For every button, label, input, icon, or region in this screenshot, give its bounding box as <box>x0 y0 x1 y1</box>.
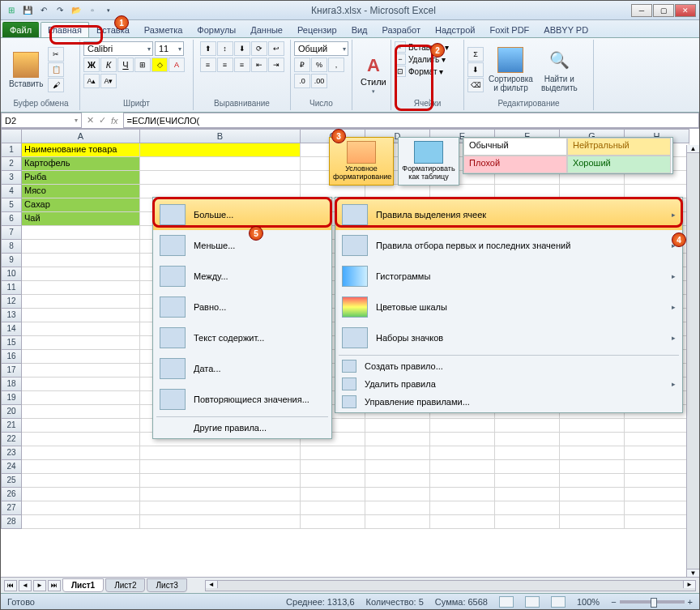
redo-icon[interactable]: ↷ <box>53 3 67 18</box>
row-header[interactable]: 12 <box>1 295 22 309</box>
menu-date-occurring[interactable]: Дата... <box>153 353 331 384</box>
paste-button[interactable]: Вставить <box>6 50 46 90</box>
menu-between[interactable]: Между... <box>153 261 331 292</box>
cell[interactable] <box>365 501 430 515</box>
tab-layout[interactable]: Разметка <box>137 22 190 37</box>
align-center-button[interactable]: ≡ <box>217 58 233 72</box>
sheet-nav-next[interactable]: ► <box>33 580 46 591</box>
style-bad[interactable]: Плохой <box>463 156 567 173</box>
fx-icon[interactable]: fx <box>111 116 118 126</box>
cell[interactable] <box>560 501 625 515</box>
minimize-button[interactable]: ─ <box>631 4 652 17</box>
menu-less-than[interactable]: Меньше... <box>153 230 331 261</box>
row-header[interactable]: 8 <box>1 240 22 254</box>
grow-font-button[interactable]: A▴ <box>83 74 100 88</box>
enter-formula-icon[interactable]: ✓ <box>99 115 106 126</box>
sheet-tab[interactable]: Лист2 <box>105 578 145 592</box>
cell[interactable]: Чай <box>22 212 140 226</box>
cell[interactable] <box>22 378 140 391</box>
cell[interactable] <box>495 515 560 529</box>
row-header[interactable]: 13 <box>1 309 22 322</box>
view-layout-button[interactable] <box>525 596 540 608</box>
format-as-table-button[interactable]: Форматировать как таблицу <box>398 137 459 186</box>
row-header[interactable]: 23 <box>1 446 22 460</box>
tab-developer[interactable]: Разработ <box>375 22 428 37</box>
menu-greater-than[interactable]: Больше... <box>153 199 331 230</box>
clear-button[interactable]: ⌫ <box>467 78 484 92</box>
menu-equal-to[interactable]: Равно... <box>153 292 331 322</box>
italic-button[interactable]: К <box>100 58 117 72</box>
save-icon[interactable]: 💾 <box>20 3 35 18</box>
cell[interactable]: Сахар <box>22 198 140 212</box>
cell[interactable] <box>22 419 140 433</box>
view-normal-button[interactable] <box>499 596 514 608</box>
cell[interactable] <box>22 336 140 350</box>
cell[interactable] <box>625 419 689 433</box>
font-size-combo[interactable]: 11 <box>155 41 184 56</box>
tab-data[interactable]: Данные <box>243 22 290 37</box>
maximize-button[interactable]: ▢ <box>653 4 674 17</box>
cell[interactable] <box>22 295 140 309</box>
cell[interactable] <box>625 433 689 446</box>
cell[interactable] <box>140 460 301 474</box>
cell[interactable] <box>430 501 495 515</box>
cell[interactable] <box>301 460 365 474</box>
cell[interactable] <box>560 446 625 460</box>
cell[interactable] <box>560 488 625 501</box>
cell[interactable] <box>560 460 625 474</box>
cell[interactable] <box>22 488 140 501</box>
row-header[interactable]: 11 <box>1 281 22 295</box>
cell[interactable] <box>625 460 689 474</box>
row-header[interactable]: 3 <box>1 171 22 185</box>
tab-abbyy[interactable]: ABBYY PD <box>536 22 595 37</box>
percent-button[interactable]: % <box>311 58 327 72</box>
cell[interactable] <box>301 446 365 460</box>
row-header[interactable]: 25 <box>1 474 22 488</box>
menu-text-contains[interactable]: Текст содержит... <box>153 322 331 353</box>
cell[interactable] <box>495 501 560 515</box>
cell[interactable] <box>365 460 430 474</box>
cell[interactable] <box>560 474 625 488</box>
row-header[interactable]: 7 <box>1 226 22 240</box>
style-good[interactable]: Хороший <box>567 156 671 173</box>
open-icon[interactable]: 📂 <box>69 3 83 18</box>
cell[interactable] <box>625 446 689 460</box>
row-header[interactable]: 18 <box>1 378 22 391</box>
cell[interactable] <box>365 419 430 433</box>
menu-duplicate-values[interactable]: Повторяющиеся значения... <box>153 384 331 415</box>
tab-file[interactable]: Файл <box>2 22 39 37</box>
wrap-text-button[interactable]: ↩ <box>268 41 284 56</box>
menu-manage-rules[interactable]: Управление правилами... <box>335 393 682 411</box>
cell[interactable] <box>22 309 140 322</box>
cell[interactable] <box>22 240 140 254</box>
row-header[interactable]: 27 <box>1 501 22 515</box>
zoom-track[interactable] <box>620 600 685 604</box>
sheet-nav-last[interactable]: ⏭ <box>48 580 61 591</box>
cell[interactable] <box>140 501 301 515</box>
comma-button[interactable]: , <box>328 58 344 72</box>
row-header[interactable]: 17 <box>1 364 22 378</box>
decrease-decimal-button[interactable]: .00 <box>311 74 327 88</box>
cell[interactable] <box>140 515 301 529</box>
zoom-slider[interactable]: − + <box>611 597 693 607</box>
row-header[interactable]: 21 <box>1 419 22 433</box>
col-header[interactable]: A <box>22 129 140 143</box>
menu-new-rule[interactable]: Создать правило... <box>335 357 682 375</box>
row-header[interactable]: 9 <box>1 254 22 267</box>
cell[interactable] <box>365 488 430 501</box>
row-header[interactable]: 2 <box>1 157 22 171</box>
cell[interactable] <box>365 446 430 460</box>
cell[interactable] <box>22 446 140 460</box>
decrease-indent-button[interactable]: ⇤ <box>251 58 267 72</box>
cell[interactable] <box>430 419 495 433</box>
cell[interactable] <box>495 419 560 433</box>
sheet-tab[interactable]: Лист3 <box>147 578 186 592</box>
cell[interactable] <box>495 488 560 501</box>
cell[interactable]: Картофель <box>22 157 140 171</box>
cell[interactable] <box>560 419 625 433</box>
conditional-formatting-button[interactable]: Условное форматирование <box>329 137 394 186</box>
cell[interactable] <box>365 474 430 488</box>
cell[interactable] <box>301 515 365 529</box>
cell[interactable] <box>625 501 689 515</box>
cell[interactable] <box>365 515 430 529</box>
